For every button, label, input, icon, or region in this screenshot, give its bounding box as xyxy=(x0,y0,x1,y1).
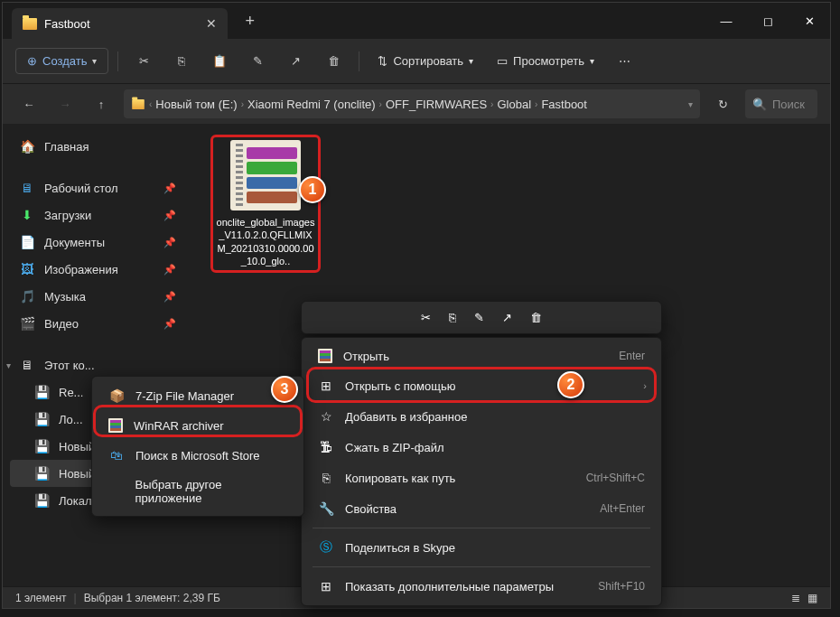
context-menu: Открыть Enter ⊞ Открыть с помощью › ☆ До… xyxy=(301,337,662,606)
annotation-badge-3: 3 xyxy=(271,376,298,403)
sort-label: Сортировать xyxy=(393,54,463,68)
new-tab-button[interactable]: + xyxy=(246,12,256,31)
chevron-right-icon: › xyxy=(643,380,647,391)
sidebar-documents[interactable]: 📄Документы📌 xyxy=(10,229,185,256)
rar-icon xyxy=(318,349,332,363)
chevron-down-icon[interactable]: ▾ xyxy=(6,360,11,370)
crumb-3[interactable]: Global xyxy=(497,98,531,111)
rename-icon[interactable]: ✎ xyxy=(474,311,484,324)
ctx-skype[interactable]: Ⓢ Поделиться в Skype xyxy=(305,532,658,563)
tab-label: Fastboot xyxy=(44,17,90,31)
copy-icon[interactable]: ⎘ xyxy=(449,311,456,324)
pin-icon: 📌 xyxy=(163,237,176,248)
rar-icon xyxy=(108,418,123,433)
cut-icon[interactable]: ✂ xyxy=(127,47,160,76)
drive-icon: 💾 xyxy=(33,411,50,427)
folder-icon xyxy=(132,98,145,108)
document-icon: 📄 xyxy=(19,234,35,250)
crumb-2[interactable]: OFF_FIRMWARES xyxy=(386,98,487,111)
sort-icon: ⇅ xyxy=(378,54,387,68)
tab-fastboot[interactable]: Fastboot ✕ xyxy=(12,8,228,39)
delete-icon[interactable]: 🗑 xyxy=(317,47,350,76)
sidebar-pictures[interactable]: 🖼Изображения📌 xyxy=(10,256,185,283)
ctx-more[interactable]: ⊞ Показать дополнительные параметры Shif… xyxy=(305,571,658,602)
rar-icon xyxy=(230,140,301,210)
status-selection: Выбран 1 элемент: 2,39 ГБ xyxy=(84,592,220,604)
drive-icon: 💾 xyxy=(33,465,50,481)
chevron-down-icon[interactable]: ▾ xyxy=(688,99,693,109)
delete-icon[interactable]: 🗑 xyxy=(530,311,542,324)
drive-icon: 💾 xyxy=(33,438,50,454)
create-label: Создать xyxy=(42,54,87,68)
ctx-copy-path[interactable]: ⎘ Копировать как путь Ctrl+Shift+C xyxy=(305,463,658,493)
cut-icon[interactable]: ✂ xyxy=(421,311,431,324)
chevron-down-icon: ▾ xyxy=(469,56,473,66)
ctx-store[interactable]: 🛍 Поиск в Microsoft Store xyxy=(96,440,300,471)
close-tab-icon[interactable]: ✕ xyxy=(206,16,217,31)
pin-icon: 📌 xyxy=(163,182,176,194)
store-icon: 🛍 xyxy=(108,447,125,463)
toolbar: ⊕ Создать ▾ ✂ ⎘ 📋 ✎ ↗ 🗑 ⇅ Сортировать ▾ … xyxy=(3,39,830,84)
share-icon[interactable]: ↗ xyxy=(279,47,312,76)
breadcrumb-bar[interactable]: ‹ Новый том (E:) › Xiaomi Redmi 7 (oncli… xyxy=(124,89,700,118)
sidebar-this-pc[interactable]: ▾🖥Этот ко... xyxy=(10,351,185,379)
pin-icon: 📌 xyxy=(163,210,176,221)
ctx-favorite[interactable]: ☆ Добавить в избранное xyxy=(305,401,658,432)
copy-icon[interactable]: ⎘ xyxy=(165,47,198,76)
ctx-open-with[interactable]: ⊞ Открыть с помощью › xyxy=(305,370,658,401)
refresh-button[interactable]: ↻ xyxy=(709,90,736,117)
annotation-badge-1: 1 xyxy=(299,176,326,203)
up-button[interactable]: ↑ xyxy=(88,90,115,117)
sidebar-desktop[interactable]: 🖥Рабочий стол📌 xyxy=(10,174,185,201)
pc-icon: 🖥 xyxy=(19,357,35,373)
address-bar-row: ← → ↑ ‹ Новый том (E:) › Xiaomi Redmi 7 … xyxy=(3,84,830,124)
status-count: 1 элемент xyxy=(15,592,67,604)
sidebar: 🏠Главная 🖥Рабочий стол📌 ⬇Загрузки📌 📄Доку… xyxy=(3,124,192,608)
minimize-button[interactable]: ― xyxy=(705,3,747,39)
chevron-left-icon: ‹ xyxy=(149,99,152,109)
explorer-window: Fastboot ✕ + ― ◻ ✕ ⊕ Создать ▾ ✂ ⎘ 📋 ✎ ↗… xyxy=(2,2,831,609)
sidebar-music[interactable]: 🎵Музыка📌 xyxy=(10,283,185,310)
pictures-icon: 🖼 xyxy=(19,261,35,277)
skype-icon: Ⓢ xyxy=(318,539,334,556)
plus-icon: ⊕ xyxy=(27,54,37,68)
file-archive[interactable]: onclite_global_images_V11.0.2.0.QFLLMIXM… xyxy=(216,140,315,267)
pin-icon: 📌 xyxy=(163,291,176,303)
ctx-winrar[interactable]: WinRAR archiver xyxy=(96,411,300,440)
view-grid-icon[interactable]: ▦ xyxy=(807,592,817,604)
search-placeholder: Поиск xyxy=(772,98,805,111)
sidebar-downloads[interactable]: ⬇Загрузки📌 xyxy=(10,201,185,229)
crumb-1[interactable]: Xiaomi Redmi 7 (onclite) xyxy=(247,98,376,111)
more-icon[interactable]: ⋯ xyxy=(609,47,641,76)
sidebar-home[interactable]: 🏠Главная xyxy=(10,133,185,160)
download-icon: ⬇ xyxy=(19,207,35,223)
search-input[interactable]: 🔍 Поиск xyxy=(745,89,817,118)
crumb-drive[interactable]: Новый том (E:) xyxy=(155,98,237,111)
maximize-button[interactable]: ◻ xyxy=(747,3,789,39)
back-button[interactable]: ← xyxy=(15,90,42,117)
view-button[interactable]: ▭ Просмотреть ▾ xyxy=(488,49,603,73)
context-mini-toolbar: ✂ ⎘ ✎ ↗ 🗑 xyxy=(301,301,662,334)
desktop-icon: 🖥 xyxy=(19,180,35,196)
create-button[interactable]: ⊕ Создать ▾ xyxy=(15,48,108,74)
ctx-other-app[interactable]: Выбрать другое приложение xyxy=(96,471,300,512)
share-icon[interactable]: ↗ xyxy=(502,311,512,324)
forward-button[interactable]: → xyxy=(51,90,79,117)
ctx-zip[interactable]: 🗜 Сжать в ZIP-файл xyxy=(305,432,658,463)
view-details-icon[interactable]: ≣ xyxy=(791,592,800,604)
ctx-open[interactable]: Открыть Enter xyxy=(305,341,658,370)
more-icon: ⊞ xyxy=(318,578,334,594)
pin-icon: 📌 xyxy=(163,264,176,276)
crumb-4[interactable]: Fastboot xyxy=(541,98,587,111)
ctx-7zip[interactable]: 📦 7-Zip File Manager xyxy=(96,380,300,411)
folder-icon xyxy=(23,18,37,30)
rename-icon[interactable]: ✎ xyxy=(241,47,274,76)
close-button[interactable]: ✕ xyxy=(789,3,830,39)
ctx-properties[interactable]: 🔧 Свойства Alt+Enter xyxy=(305,493,658,524)
open-with-icon: ⊞ xyxy=(318,378,334,394)
sidebar-video[interactable]: 🎬Видео📌 xyxy=(10,310,185,337)
sort-button[interactable]: ⇅ Сортировать ▾ xyxy=(369,49,482,73)
paste-icon[interactable]: 📋 xyxy=(203,47,236,76)
window-controls: ― ◻ ✕ xyxy=(705,3,830,39)
pin-icon: 📌 xyxy=(163,318,176,330)
